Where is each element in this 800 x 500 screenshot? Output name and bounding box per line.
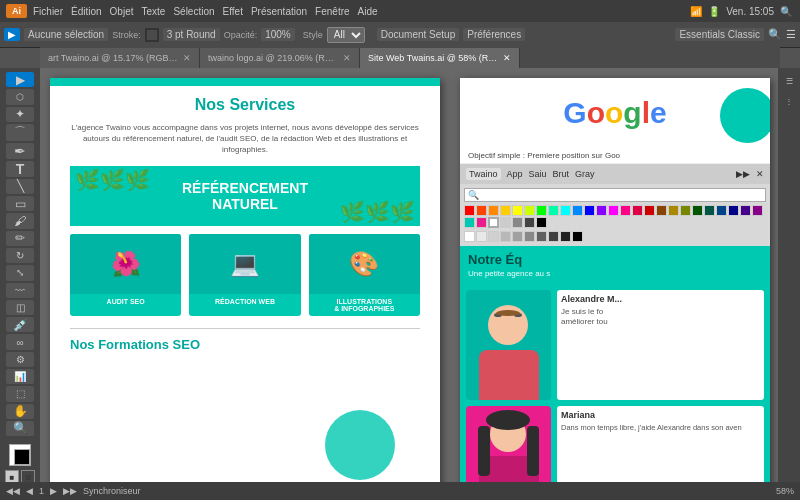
- swatch-twaino-teal[interactable]: [464, 217, 475, 228]
- color-search-box[interactable]: 🔍: [464, 188, 766, 202]
- gray-swatch-4[interactable]: [512, 231, 523, 242]
- swatch-cyan[interactable]: [560, 205, 571, 216]
- swatch-dark-green[interactable]: [692, 205, 703, 216]
- gray-swatch-3[interactable]: [500, 231, 511, 242]
- gray-swatch-0[interactable]: [464, 231, 475, 242]
- swatch-deep-blue[interactable]: [728, 205, 739, 216]
- line-btn[interactable]: ╲: [6, 179, 34, 194]
- gray-swatch-1[interactable]: [476, 231, 487, 242]
- swatch-olive[interactable]: [680, 205, 691, 216]
- workspace-btn[interactable]: Essentials Classic: [675, 28, 764, 41]
- direct-selection-btn[interactable]: ⬡: [6, 89, 34, 104]
- panel-tab-app[interactable]: App: [507, 169, 523, 179]
- fill-swatch[interactable]: [9, 444, 31, 466]
- menu-texte[interactable]: Texte: [142, 6, 166, 17]
- swatch-dark-teal[interactable]: [704, 205, 715, 216]
- menu-fenetre[interactable]: Fenêtre: [315, 6, 349, 17]
- gradient-btn[interactable]: ◫: [6, 300, 34, 315]
- swatch-blue[interactable]: [572, 205, 583, 216]
- swatch-orange[interactable]: [488, 205, 499, 216]
- symbol-btn[interactable]: ⚙: [6, 352, 34, 367]
- swatch-indigo[interactable]: [740, 205, 751, 216]
- panel-tab-twaino[interactable]: Twaino: [466, 168, 501, 180]
- next-next-btn[interactable]: ▶▶: [63, 486, 77, 496]
- swatch-pink[interactable]: [620, 205, 631, 216]
- gray-swatch-7[interactable]: [548, 231, 559, 242]
- prev-prev-btn[interactable]: ◀◀: [6, 486, 20, 496]
- gray-swatch-8[interactable]: [560, 231, 571, 242]
- stroke-size[interactable]: 3 pt Round: [163, 28, 220, 41]
- swatch-crimson[interactable]: [632, 205, 643, 216]
- tab-0-close[interactable]: ✕: [183, 53, 191, 63]
- swatch-green[interactable]: [536, 205, 547, 216]
- panel-tab-brut[interactable]: Brut: [553, 169, 570, 179]
- search-main-icon[interactable]: 🔍: [768, 28, 782, 41]
- hand-btn[interactable]: ✋: [6, 404, 34, 419]
- panel-btn-2[interactable]: ⋮: [780, 92, 798, 110]
- swatch-dark-yellow[interactable]: [668, 205, 679, 216]
- menu-fichier[interactable]: Fichier: [33, 6, 63, 17]
- swatch-purple[interactable]: [752, 205, 763, 216]
- swatch-white[interactable]: [488, 217, 499, 228]
- paintbrush-btn[interactable]: 🖌: [6, 213, 34, 228]
- blend-btn[interactable]: ∞: [6, 334, 34, 349]
- swatch-dark-gray[interactable]: [524, 217, 535, 228]
- swatch-gray[interactable]: [512, 217, 523, 228]
- close-panel-icon[interactable]: ✕: [756, 169, 764, 179]
- pencil-btn[interactable]: ✏: [6, 231, 34, 246]
- shape-btn[interactable]: ▭: [6, 196, 34, 211]
- menu-edition[interactable]: Édition: [71, 6, 102, 17]
- lasso-btn[interactable]: ⌒: [6, 124, 34, 141]
- document-setup-btn[interactable]: Document Setup: [377, 28, 460, 41]
- prev-btn[interactable]: ◀: [26, 486, 33, 496]
- stroke-color-swatch[interactable]: [145, 28, 159, 42]
- expand-icon[interactable]: ▶▶: [736, 169, 750, 179]
- tab-2[interactable]: Site Web Twains.ai @ 58% (RGB/GPU Previe…: [360, 48, 520, 68]
- gray-swatch-6[interactable]: [536, 231, 547, 242]
- scale-btn[interactable]: ⤡: [6, 265, 34, 280]
- style-select[interactable]: All: [327, 27, 365, 43]
- swatch-orange-red[interactable]: [476, 205, 487, 216]
- preferences-btn[interactable]: Préférences: [463, 28, 525, 41]
- pen-btn[interactable]: ✒: [6, 143, 34, 159]
- swatch-brown[interactable]: [656, 205, 667, 216]
- menu-objet[interactable]: Objet: [110, 6, 134, 17]
- gray-swatch-2[interactable]: [488, 231, 499, 242]
- tab-0[interactable]: art Twaino.ai @ 15.17% (RGB/GPU Preview)…: [40, 48, 200, 68]
- swatch-twaino-pink[interactable]: [476, 217, 487, 228]
- menu-aide[interactable]: Aide: [358, 6, 378, 17]
- swatch-teal-green[interactable]: [548, 205, 559, 216]
- eyedropper-btn[interactable]: 💉: [6, 317, 34, 332]
- tab-1[interactable]: twaino logo.ai @ 219.06% (RGB/GPU Previe…: [200, 48, 360, 68]
- search-icon[interactable]: 🔍: [780, 6, 792, 17]
- swatch-violet[interactable]: [596, 205, 607, 216]
- tab-1-close[interactable]: ✕: [343, 53, 351, 63]
- magic-wand-btn[interactable]: ✦: [6, 107, 34, 122]
- warp-btn[interactable]: 〰: [6, 283, 34, 298]
- next-btn[interactable]: ▶: [50, 486, 57, 496]
- swatch-dark-blue[interactable]: [584, 205, 595, 216]
- menu-presentation[interactable]: Présentation: [251, 6, 307, 17]
- swatch-lime[interactable]: [524, 205, 535, 216]
- swatch-bright-yellow[interactable]: [512, 205, 523, 216]
- panel-btn-1[interactable]: ☰: [780, 72, 798, 90]
- swatch-magenta[interactable]: [608, 205, 619, 216]
- bar-graph-btn[interactable]: 📊: [6, 369, 34, 384]
- text-btn[interactable]: T: [6, 161, 34, 177]
- menu-selection[interactable]: Sélection: [173, 6, 214, 17]
- swatch-navy[interactable]: [716, 205, 727, 216]
- swatch-light-gray[interactable]: [500, 217, 511, 228]
- hamburger-icon[interactable]: ☰: [786, 28, 796, 41]
- menu-effet[interactable]: Effet: [223, 6, 243, 17]
- artboard-btn[interactable]: ⬚: [6, 386, 34, 401]
- rotate-btn[interactable]: ↻: [6, 248, 34, 263]
- swatch-black[interactable]: [536, 217, 547, 228]
- tab-2-close[interactable]: ✕: [503, 53, 511, 63]
- stroke-swatch[interactable]: [14, 449, 30, 465]
- swatch-yellow[interactable]: [500, 205, 511, 216]
- swatch-dark-red[interactable]: [644, 205, 655, 216]
- panel-tab-saiu[interactable]: Saiu: [529, 169, 547, 179]
- gray-swatch-5[interactable]: [524, 231, 535, 242]
- gray-swatch-9[interactable]: [572, 231, 583, 242]
- zoom-btn[interactable]: 🔍: [6, 421, 34, 436]
